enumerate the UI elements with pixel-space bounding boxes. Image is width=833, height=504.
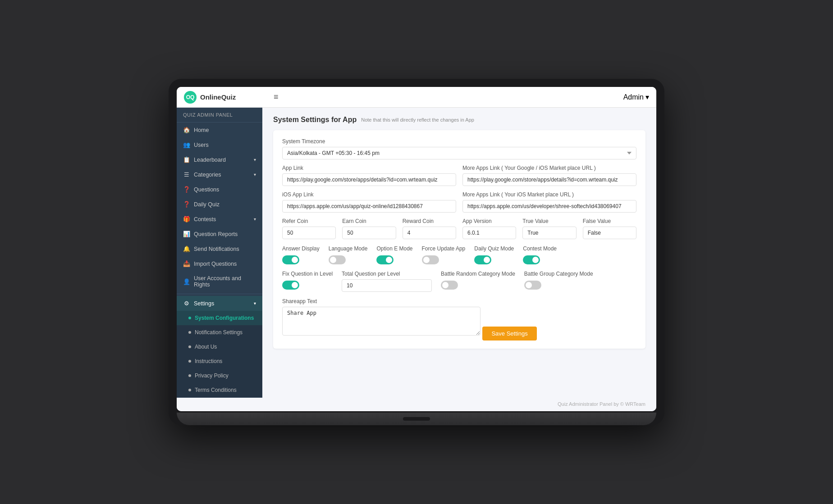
refer-coin-input[interactable]: [282, 227, 336, 239]
dot-icon: [188, 331, 191, 334]
fix-question-toggle-wrap: Fix Question in Level: [282, 271, 333, 290]
contest-mode-toggle[interactable]: [523, 255, 540, 264]
dot-icon: [188, 345, 191, 348]
timezone-select[interactable]: Asia/Kolkata - GMT +05:30 - 16:45 pm: [282, 147, 636, 159]
language-mode-toggle[interactable]: [329, 255, 346, 264]
save-settings-button[interactable]: Save Settings: [482, 327, 536, 341]
option-e-mode-toggle[interactable]: [376, 255, 394, 264]
sidebar-submenu: System Configurations Notification Setti…: [177, 311, 262, 397]
questions-icon: ❓: [183, 186, 190, 193]
sidebar-item-user-accounts-label: User Accounts and Rights: [194, 275, 256, 288]
sidebar-item-daily-quiz[interactable]: ❓ Daily Quiz: [177, 197, 262, 212]
option-e-mode-label: Option E Mode: [376, 245, 412, 252]
submenu-about-label: About Us: [195, 344, 217, 350]
daily-quiz-mode-toggle-wrap: Daily Quiz Mode: [474, 245, 514, 264]
more-apps-ios-input[interactable]: [462, 200, 636, 213]
hamburger-icon[interactable]: ≡: [274, 92, 279, 102]
total-question-label: Total Question per Level: [342, 271, 432, 277]
sidebar-item-leaderboard[interactable]: 📋 Leaderboard ▾: [177, 152, 262, 167]
more-apps-link-input[interactable]: [462, 173, 636, 186]
submenu-notification-label: Notification Settings: [195, 329, 243, 336]
submenu-privacy-label: Privacy Policy: [195, 372, 229, 379]
earn-coin-input[interactable]: [342, 227, 396, 239]
main-content: System Settings for App Note that this w…: [262, 108, 656, 398]
submenu-instructions-label: Instructions: [195, 358, 222, 364]
question-reports-icon: 📊: [183, 231, 190, 237]
sidebar-item-send-notifications[interactable]: 🔔 Send Notifications: [177, 241, 262, 256]
sidebar-item-contests-label: Contests: [194, 216, 216, 222]
settings-icon: ⚙: [183, 300, 190, 307]
more-apps-link-label: More Apps Link ( Your Google / iOS Marke…: [462, 165, 636, 171]
sidebar-item-questions-label: Questions: [194, 186, 219, 193]
sidebar-item-categories[interactable]: ☰ Categories ▾: [177, 167, 262, 182]
sidebar-submenu-terms-conditions[interactable]: Terms Conditions: [177, 383, 262, 397]
dropdown-arrow-icon: ▾: [645, 93, 649, 101]
dot-icon: [188, 389, 191, 391]
false-value-input[interactable]: [583, 227, 636, 239]
sidebar-item-home[interactable]: 🏠 Home: [177, 123, 262, 137]
sidebar-item-import-questions-label: Import Questions: [194, 261, 237, 267]
answer-display-toggle[interactable]: [282, 255, 299, 264]
language-mode-toggle-wrap: Language Mode: [329, 245, 368, 264]
sidebar-item-users[interactable]: 👥 Users: [177, 137, 262, 152]
shareapp-text-input[interactable]: [282, 307, 481, 336]
answer-display-label: Answer Display: [282, 245, 320, 252]
contests-arrow-icon: ▾: [254, 217, 256, 222]
ios-app-link-input[interactable]: [282, 200, 456, 213]
app-link-label: App Link: [282, 165, 456, 171]
daily-quiz-mode-label: Daily Quiz Mode: [474, 245, 514, 252]
sidebar-item-leaderboard-label: Leaderboard: [194, 157, 226, 163]
sidebar: Quiz Admin Panel 🏠 Home 👥 Users 📋 Leader…: [177, 108, 262, 398]
sidebar-item-home-label: Home: [194, 127, 209, 133]
daily-quiz-icon: ❓: [183, 201, 190, 208]
battle-random-toggle[interactable]: [441, 281, 458, 290]
sidebar-submenu-system-configurations[interactable]: System Configurations: [177, 311, 262, 325]
app-link-input[interactable]: [282, 173, 456, 186]
sidebar-submenu-privacy-policy[interactable]: Privacy Policy: [177, 368, 262, 383]
leaderboard-icon: 📋: [183, 156, 190, 163]
sidebar-submenu-notification-settings[interactable]: Notification Settings: [177, 325, 262, 340]
sidebar-item-contests[interactable]: 🎁 Contests ▾: [177, 212, 262, 227]
dot-icon: [188, 360, 191, 363]
page-note: Note that this will directly reflect the…: [361, 117, 474, 123]
dot-icon: [188, 317, 191, 319]
total-question-input[interactable]: [342, 279, 432, 292]
settings-card: System Timezone Asia/Kolkata - GMT +05:3…: [273, 130, 645, 349]
sidebar-submenu-about-us[interactable]: About Us: [177, 340, 262, 354]
daily-quiz-mode-toggle[interactable]: [474, 255, 491, 264]
admin-dropdown[interactable]: Admin ▾: [623, 93, 649, 101]
submenu-system-label: System Configurations: [195, 315, 254, 321]
true-value-input[interactable]: [522, 227, 576, 239]
refer-coin-label: Refer Coin: [282, 218, 336, 224]
language-mode-label: Language Mode: [329, 245, 368, 252]
sidebar-item-questions[interactable]: ❓ Questions: [177, 182, 262, 197]
sidebar-item-users-label: Users: [194, 142, 209, 148]
false-value-label: False Value: [583, 218, 636, 224]
sidebar-submenu-instructions[interactable]: Instructions: [177, 354, 262, 368]
sidebar-item-settings-label: Settings: [194, 300, 214, 307]
answer-display-toggle-wrap: Answer Display: [282, 245, 320, 264]
sidebar-item-import-questions[interactable]: 📥 Import Questions: [177, 256, 262, 271]
categories-arrow-icon: ▾: [254, 172, 256, 177]
logo-text: OnlineQuiz: [200, 93, 236, 101]
sidebar-item-daily-quiz-label: Daily Quiz: [194, 201, 220, 208]
contest-mode-toggle-wrap: Contest Mode: [523, 245, 557, 264]
battle-random-toggle-wrap: Battle Random Category Mode: [441, 271, 515, 290]
sidebar-item-settings[interactable]: ⚙ Settings ▾: [177, 296, 262, 311]
sidebar-item-question-reports[interactable]: 📊 Question Reports: [177, 227, 262, 241]
users-icon: 👥: [183, 141, 190, 148]
sidebar-item-user-accounts[interactable]: 👤 User Accounts and Rights: [177, 271, 262, 292]
app-version-input[interactable]: [462, 227, 516, 239]
app-version-label: App Version: [462, 218, 516, 224]
battle-group-toggle[interactable]: [524, 281, 541, 290]
ios-app-link-label: iOS App Link: [282, 191, 456, 198]
reward-coin-input[interactable]: [403, 227, 456, 239]
shareapp-text-label: Shareapp Text: [282, 298, 636, 304]
logo-area: OQ OnlineQuiz: [184, 91, 267, 104]
battle-random-label: Battle Random Category Mode: [441, 271, 515, 277]
user-accounts-icon: 👤: [183, 278, 190, 285]
force-update-toggle[interactable]: [422, 255, 439, 264]
home-icon: 🏠: [183, 127, 190, 133]
submenu-terms-label: Terms Conditions: [195, 387, 237, 393]
fix-question-toggle[interactable]: [282, 281, 299, 290]
